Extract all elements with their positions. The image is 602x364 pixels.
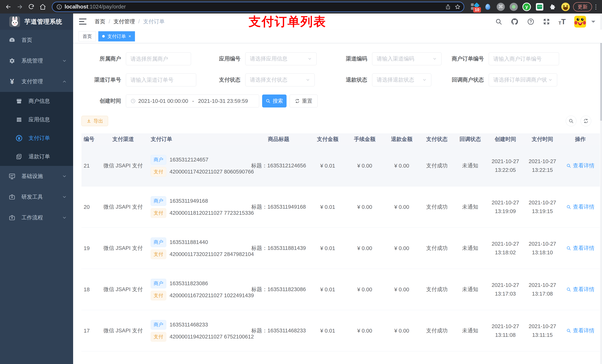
fullscreen-icon[interactable] [543,18,550,25]
merchant-order-no-input[interactable] [489,52,559,65]
extension-command-icon[interactable]: ⌘ [496,3,505,11]
browser-menu-icon[interactable]: ⋮ [593,3,599,10]
cell-pay-status: 支付成功 [420,310,453,351]
extension-tabs-icon[interactable]: 10 [471,3,479,11]
sidebar-item-dev-tools[interactable]: 研发工具 [0,187,73,207]
cell-pay-status: 支付成功 [420,187,453,228]
browser-update-button[interactable]: 更新 [573,2,592,11]
cell-channel: 微信 JSAPI 支付 [102,269,144,310]
table-row[interactable]: 18 微信 JSAPI 支付 商户1635311823086 支付4200001… [81,269,600,310]
view-detail-link[interactable]: 查看详情 [566,203,594,211]
extension-balloon-icon[interactable] [484,3,492,11]
user-avatar[interactable] [574,16,586,28]
table-row[interactable]: 商户1635311354736 [81,351,600,364]
app-logo[interactable]: 芋道管理系统 [0,13,73,30]
filter-label-notify-status: 回调商户状态 [431,76,489,83]
sidebar-item-pay-order[interactable]: 支付订单 [0,129,73,147]
cell-notify-status: 未通知 [453,187,487,228]
view-detail-link[interactable]: 查看详情 [566,162,594,169]
chevron-down-icon [422,78,427,82]
merchant-select-input[interactable] [126,52,191,65]
pay-status-select[interactable]: 请选择支付状态 [245,73,315,86]
table-row[interactable]: 21 微信 JSAPI 支付 商户1635312124657 支付4200001… [81,145,600,187]
view-detail-link[interactable]: 查看详情 [566,286,594,293]
search-button[interactable]: 搜索 [262,94,287,107]
cell-create-time: 2021-10-2713:22:05 [487,145,524,187]
extensions-puzzle-icon[interactable] [548,3,557,11]
cell-channel: 微信 JSAPI 支付 [102,145,144,187]
font-size-icon[interactable]: TT [559,18,566,25]
cell-notify-status: 未通知 [453,145,487,187]
avatar-caret-icon[interactable] [591,21,595,25]
sidebar-item-home[interactable]: 首页 [0,30,73,51]
browser-home-button[interactable] [37,1,48,12]
pay-badge: 支付 [151,332,166,342]
create-time-range-picker[interactable]: 2021-10-01 00:00:00 - 2021-10-31 23:59:5… [126,94,259,107]
toggle-search-button[interactable] [566,116,576,126]
tab-pay-order[interactable]: 支付订单 × [98,31,135,42]
sidebar-item-pay[interactable]: ¥ 支付管理 [0,71,73,92]
cell-pay-amount: ¥ 0.01 [309,187,346,228]
app-select[interactable]: 请选择应用信息 [245,52,317,65]
page-scrollbar[interactable] [600,13,602,364]
profile-avatar-icon[interactable] [561,3,570,11]
github-icon[interactable] [511,18,518,26]
cell-id: 17 [81,310,102,351]
breadcrumb-pay-manage[interactable]: 支付管理 [113,18,135,25]
merchant-badge: 商户 [151,155,166,165]
share-icon[interactable] [444,3,452,11]
extension-chat-icon[interactable] [535,3,544,11]
refund-status-select[interactable]: 请选择退款状态 [372,73,431,86]
extension-y-icon[interactable]: y [522,3,531,11]
sidebar-item-refund-order[interactable]: 退款订单 [0,147,73,166]
cell-pay-amount: ¥ 0.01 [309,228,346,269]
breadcrumb-current: 支付订单 [143,18,165,25]
pay-badge: 支付 [151,167,166,177]
filter-label-channel-code: 渠道编码 [317,55,372,62]
sidebar-item-system[interactable]: 系统管理 [0,51,73,71]
sidebar-item-label: 工作流程 [22,214,43,221]
close-icon[interactable]: × [129,34,131,39]
table-row[interactable]: 17 微信 JSAPI 支付 商户1635311468233 支付4200001… [81,310,600,351]
view-detail-link[interactable]: 查看详情 [566,245,594,252]
table-toolbar: 导出 [81,116,602,126]
bookmark-star-icon[interactable] [453,3,462,11]
refresh-table-button[interactable] [580,116,591,126]
help-icon[interactable] [527,18,534,25]
date-start-value: 2021-10-01 00:00:00 [138,98,188,104]
breadcrumb-home[interactable]: 首页 [95,18,105,25]
documents-icon [15,154,23,160]
sidebar-item-infrastructure[interactable]: 基础设施 [0,166,73,187]
sidebar-item-app-info[interactable]: 应用信息 [0,110,73,129]
site-info-icon[interactable] [55,3,64,11]
search-icon [566,163,571,168]
reset-button[interactable]: 重置 [290,94,318,107]
channel-order-no-input[interactable] [126,73,196,86]
page-content: 所属商户 应用编号 请选择应用信息 渠道编码 请输入渠道编码 商户订单编号 [73,43,602,364]
sidebar-collapse-icon[interactable] [79,17,87,26]
browser-reload-button[interactable] [26,1,37,12]
sidebar-menu: 首页 系统管理 ¥ 支付管理 [0,30,73,364]
browser-forward-button[interactable] [14,1,25,12]
tab-home[interactable]: 首页 [79,31,96,42]
table-row[interactable]: 20 微信 JSAPI 支付 商户1635311949168 支付4200001… [81,187,600,228]
export-button[interactable]: 导出 [81,116,108,126]
sidebar-item-workflow[interactable]: 工作流程 [0,207,73,228]
extension-dot-icon[interactable] [509,3,518,11]
cell-pay-order: 商户1635311823086 支付420000116720211027 102… [144,269,248,310]
view-detail-link[interactable]: 查看详情 [566,327,594,334]
search-icon[interactable] [495,18,502,25]
table-row[interactable]: 19 微信 JSAPI 支付 商户1635311881440 支付4200001… [81,228,600,269]
sidebar-item-merchant-info[interactable]: 商户信息 [0,92,73,110]
address-bar[interactable]: localhost:1024/pay/order [52,2,464,12]
browser-back-button[interactable] [3,1,14,12]
cell-refund-amount [383,351,420,364]
notify-status-select[interactable]: 请选择订单回调商户状态 [489,73,557,86]
cell-id: 20 [81,187,102,228]
scrollbar-thumb[interactable] [600,32,602,121]
channel-code-select[interactable]: 请输入渠道编码 [372,52,441,65]
cell-create-time: 2021-10-2713:17:03 [487,269,524,310]
cell-id: 19 [81,228,102,269]
url-text[interactable]: localhost:1024/pay/order [64,4,126,10]
chevron-down-icon [62,58,67,63]
